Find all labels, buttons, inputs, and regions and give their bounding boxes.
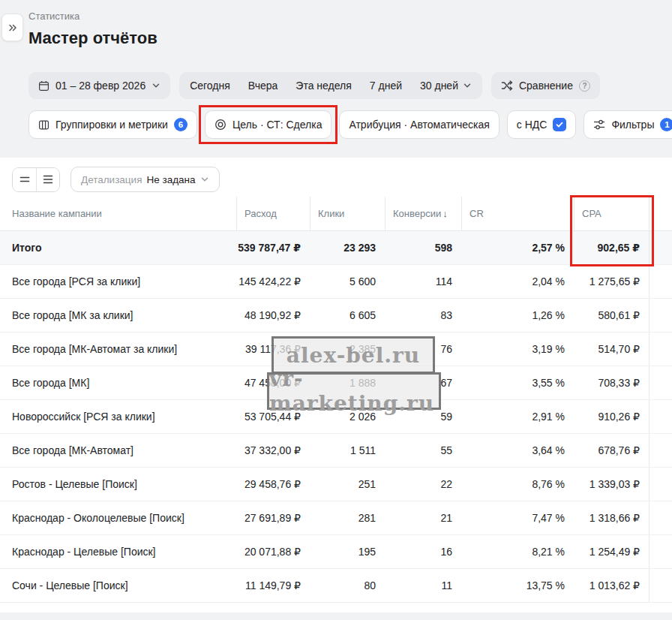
filters-label: Фильтры <box>611 119 654 131</box>
detail-level-button[interactable]: Детализация Не задана <box>70 167 220 192</box>
campaign-name-cell[interactable]: Все города [МК] <box>0 377 236 389</box>
campaign-name-cell[interactable]: Все города [РСЯ за клики] <box>0 275 236 287</box>
campaign-name-cell[interactable]: Новороссийск [РСЯ за клики] <box>0 411 236 423</box>
empty-cell <box>649 231 672 264</box>
goal-label: Цель · СТ: Сделка <box>232 119 322 131</box>
filters-toolbar: Группировки и метрики 6 Цель · СТ: Сделк… <box>28 110 672 139</box>
preset-30-days-label: 30 дней <box>420 80 458 92</box>
conversions-cell: 16 <box>385 546 461 558</box>
double-chevron-right-icon <box>8 23 18 33</box>
cr-cell: 1,26 % <box>461 309 574 321</box>
cr-cell: 7,47 % <box>461 512 574 524</box>
campaign-name-cell[interactable]: Сочи - Целевые [Поиск] <box>0 579 236 591</box>
total-row[interactable]: Итого 539 787,47 ₽ 23 293 598 2,57 % 902… <box>0 231 672 265</box>
view-mode-detailed-button[interactable] <box>36 168 59 191</box>
goal-annotation-wrapper: Цель · СТ: Сделка <box>205 110 332 139</box>
empty-cell <box>649 366 672 399</box>
table-row[interactable]: Ростов - Целевые [Поиск] 29 458,76 ₽ 251… <box>0 468 672 501</box>
preset-today[interactable]: Сегодня <box>181 72 239 99</box>
empty-cell <box>649 400 672 433</box>
cr-cell: 3,55 % <box>461 377 574 389</box>
campaign-name-cell[interactable]: Все города [МК-Автомат] <box>0 444 236 456</box>
col-header-cost[interactable]: Расход <box>236 197 310 230</box>
total-clicks: 23 293 <box>310 242 385 254</box>
comparison-button[interactable]: Сравнение ? <box>491 72 600 99</box>
chevron-down-icon <box>152 81 160 90</box>
campaign-name-cell[interactable]: Краснодар - Околоцелевые [Поиск] <box>0 512 236 524</box>
grouping-count-badge: 6 <box>174 118 188 131</box>
detail-label: Детализация <box>81 174 142 185</box>
conversions-cell: 22 <box>385 478 461 490</box>
chevron-down-icon <box>463 81 472 90</box>
conversions-cell: 83 <box>385 309 461 321</box>
cr-cell: 8,76 % <box>461 478 574 490</box>
table-row[interactable]: Все города [РСЯ за клики] 145 424,22 ₽ 5… <box>0 265 672 299</box>
preset-yesterday[interactable]: Вчера <box>239 72 287 99</box>
clicks-cell: 251 <box>310 478 385 490</box>
view-toggle-group <box>12 167 60 192</box>
col-header-cr[interactable]: CR <box>461 197 574 230</box>
col-header-cpa[interactable]: CPA <box>574 197 649 230</box>
goal-button[interactable]: Цель · СТ: Сделка <box>205 110 332 139</box>
date-toolbar: 01 – 28 февр 2026 Сегодня Вчера Эта неде… <box>28 72 672 99</box>
total-cr: 2,57 % <box>461 242 574 254</box>
page-header: Статистика Мастер отчётов 01 – 28 февр 2… <box>0 0 672 139</box>
table-row[interactable]: Краснодар - Целевые [Поиск] 20 071,88 ₽ … <box>0 535 672 569</box>
comparison-label: Сравнение <box>519 80 573 92</box>
attribution-button[interactable]: Атрибуция · Автоматическая <box>339 110 499 139</box>
vat-checkbox[interactable] <box>553 118 566 131</box>
cost-cell: 37 332,00 ₽ <box>236 444 310 456</box>
list-icon <box>42 173 54 185</box>
preset-this-week[interactable]: Эта неделя <box>286 72 360 99</box>
watermark-line-2: vr-marketing.ru <box>267 372 441 410</box>
preset-30-days[interactable]: 30 дней <box>411 72 481 99</box>
col-header-clicks[interactable]: Клики <box>310 197 385 230</box>
report-panel: Детализация Не задана Название кампании … <box>0 158 672 612</box>
sidebar-expand-button[interactable] <box>2 14 23 41</box>
app-root: Статистика Мастер отчётов 01 – 28 февр 2… <box>0 0 672 620</box>
col-header-conversions[interactable]: Конверсии↓ <box>385 197 461 230</box>
grouping-metrics-label: Группировки и метрики <box>56 119 168 131</box>
cpa-cell: 514,70 ₽ <box>574 343 649 355</box>
date-range-label: 01 – 28 февр 2026 <box>56 80 146 92</box>
clicks-cell: 80 <box>310 579 385 591</box>
table-row[interactable]: Все города [МК за клики] 48 190,92 ₽ 6 6… <box>0 299 672 333</box>
total-label: Итого <box>0 242 236 254</box>
campaign-name-cell[interactable]: Все города [МК за клики] <box>0 309 236 321</box>
sliders-icon <box>593 119 605 131</box>
empty-cell <box>649 299 672 332</box>
empty-cell <box>649 535 672 568</box>
clicks-cell: 1 511 <box>310 444 385 456</box>
cost-cell: 20 071,88 ₽ <box>236 546 310 558</box>
campaign-name-cell[interactable]: Ростов - Целевые [Поиск] <box>0 478 236 490</box>
table-row[interactable]: Краснодар - Околоцелевые [Поиск] 27 691,… <box>0 501 672 535</box>
filters-count-badge: 1 <box>660 118 672 131</box>
clicks-cell: 5 600 <box>310 275 385 287</box>
vat-toggle-button[interactable]: с НДС <box>507 110 577 139</box>
table-row[interactable]: Сочи - Целевые [Поиск] 11 149,79 ₽ 80 11… <box>0 569 672 603</box>
cpa-cell: 1 254,49 ₽ <box>574 546 649 558</box>
cpa-cell: 1 013,62 ₽ <box>574 579 649 591</box>
help-icon[interactable]: ? <box>579 80 590 92</box>
cr-cell: 3,64 % <box>461 444 574 456</box>
table-row[interactable]: Все города [МК-Автомат] 37 332,00 ₽ 1 51… <box>0 434 672 468</box>
view-mode-summary-button[interactable] <box>13 168 36 191</box>
col-header-campaign-name[interactable]: Название кампании <box>0 197 236 230</box>
cost-cell: 145 424,22 ₽ <box>236 275 310 287</box>
col-header-conversions-label: Конверсии <box>393 208 441 219</box>
table-header-row: Название кампании Расход Клики Конверсии… <box>0 197 672 231</box>
date-range-button[interactable]: 01 – 28 февр 2026 <box>28 72 170 99</box>
preset-7-days[interactable]: 7 дней <box>361 72 411 99</box>
breadcrumb[interactable]: Статистика <box>28 11 672 23</box>
campaign-name-cell[interactable]: Все города [МК-Автомат за клики] <box>0 343 236 355</box>
empty-cell <box>649 333 672 366</box>
empty-cell <box>649 434 672 467</box>
col-header-empty <box>649 197 672 230</box>
grouping-metrics-button[interactable]: Группировки и метрики 6 <box>28 110 197 139</box>
campaign-name-cell[interactable]: Краснодар - Целевые [Поиск] <box>0 546 236 558</box>
page-title: Мастер отчётов <box>28 28 672 49</box>
filters-button[interactable]: Фильтры 1 <box>584 110 672 139</box>
conversions-cell: 114 <box>385 275 461 287</box>
check-icon <box>555 120 564 129</box>
rows-icon <box>19 173 31 185</box>
